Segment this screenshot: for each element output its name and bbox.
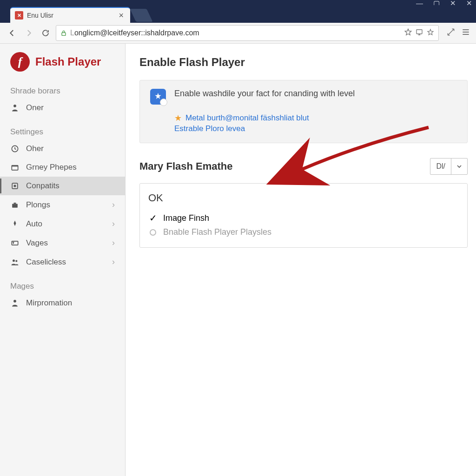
radio-icon (150, 229, 156, 236)
bookmark-page-icon[interactable] (404, 28, 412, 38)
lock-icon (60, 29, 67, 37)
plugin-icon (10, 181, 20, 191)
options-panel: OK ✓ Image Finsh Bnable Flash Player Pla… (139, 183, 468, 248)
sidebar-item-label: Auto (26, 219, 42, 229)
info-banner: Enable washdile your fact for cnanding w… (139, 80, 468, 143)
brand-title: Flash Player (35, 55, 101, 68)
sidebar-item-grney-phepes[interactable]: Grney Phepes (0, 158, 125, 177)
option-image-finsh[interactable]: ✓ Image Finsh (147, 211, 460, 225)
menu-icon[interactable] (461, 27, 470, 39)
browser-tab[interactable]: ✕ Enu Ulisr × (10, 7, 130, 23)
sidebar-item-plongs[interactable]: Plongs › (0, 195, 125, 214)
info-links: ★ Metal burth@monital fäshshliat blut Es… (150, 113, 457, 133)
new-tab-button[interactable] (130, 9, 152, 22)
window-titlebar: — ▢ ✕ ✕ (0, 0, 476, 5)
chevron-right-icon: › (112, 219, 115, 229)
svg-rect-1 (416, 30, 422, 34)
person-icon (10, 103, 20, 112)
section-header-row: Mary Flash Emathe Dl/ (139, 158, 468, 175)
address-bar[interactable]: Longlicm@lceitfeyser::ishaldrpave.com (56, 25, 439, 41)
chevron-right-icon: › (112, 238, 115, 248)
svg-point-11 (15, 260, 17, 262)
check-icon: ✓ (148, 212, 158, 224)
sidebar: f Flash Player Shrade borars Oner Settin… (0, 44, 126, 476)
svg-rect-0 (62, 33, 66, 35)
tab-strip: ✕ Enu Ulisr × (0, 5, 476, 23)
extensions-icon[interactable] (446, 27, 456, 39)
tab-favicon: ✕ (15, 11, 23, 20)
present-icon[interactable] (415, 28, 423, 38)
main-panel: Enable Flash Player Enable washdile your… (126, 44, 476, 476)
brand-header: f Flash Player (0, 52, 125, 83)
svg-point-12 (13, 300, 16, 303)
toolbar-right (446, 27, 470, 39)
content-area: f Flash Player Shrade borars Oner Settin… (0, 44, 476, 476)
sidebar-item-oner[interactable]: Oner (0, 99, 125, 117)
sidebar-item-label: Grney Phepes (26, 163, 77, 172)
sidebar-item-label: Oher (26, 144, 44, 153)
url-text: Longlicm@lceitfeyser::ishaldrpave.com (70, 29, 401, 37)
tab-title: Enu Ulisr (27, 12, 117, 19)
reload-button[interactable] (39, 26, 52, 40)
star-icon: ★ (174, 113, 182, 123)
sidebar-item-conpatits[interactable]: Conpatits (0, 177, 125, 195)
chevron-right-icon: › (112, 257, 115, 267)
chevron-down-icon[interactable] (451, 159, 467, 174)
sidebar-item-label: Vages (26, 238, 48, 248)
option-bnable-flash[interactable]: Bnable Flash Player Playsles (147, 225, 460, 239)
tab-close-button[interactable]: × (117, 11, 126, 20)
svg-point-2 (13, 105, 16, 107)
sidebar-item-label: Oner (26, 103, 44, 112)
sidebar-item-oher[interactable]: Oher (0, 139, 125, 158)
sidebar-section-2: Settinges (0, 124, 125, 139)
back-button[interactable] (6, 26, 19, 40)
section-title: Mary Flash Emathe (139, 160, 233, 172)
info-text: Enable washdile your fact for cnanding w… (174, 89, 355, 105)
svg-point-10 (13, 259, 15, 262)
briefcase-icon (10, 200, 20, 210)
svg-rect-7 (12, 204, 18, 207)
ok-label: OK (147, 192, 460, 204)
link-metal[interactable]: Metal burth@monital fäshshliat blut (185, 113, 309, 123)
rocket-icon (10, 219, 20, 229)
browser-toolbar: Longlicm@lceitfeyser::ishaldrpave.com (0, 23, 476, 44)
svg-point-6 (14, 185, 15, 186)
sidebar-item-mirpromation[interactable]: Mirpromation (0, 294, 125, 312)
sidebar-item-auto[interactable]: Auto › (0, 214, 125, 233)
clock-icon (10, 144, 20, 153)
sidebar-item-label: Conpatits (26, 181, 60, 191)
sidebar-section-3: Mages (0, 278, 125, 294)
svg-rect-8 (14, 203, 16, 204)
person-icon (10, 298, 20, 308)
flash-logo-icon: f (10, 52, 30, 72)
page-title: Enable Flash Player (139, 56, 468, 69)
svg-rect-9 (12, 241, 18, 245)
sidebar-item-caselicless[interactable]: Caselicless › (0, 252, 125, 271)
filter-dropdown[interactable]: Dl/ (430, 158, 468, 175)
star-outline-icon[interactable] (426, 28, 435, 38)
folder-icon (10, 163, 20, 172)
sidebar-item-label: Caselicless (26, 258, 66, 267)
link-estrable[interactable]: Estrable Ploro levea (174, 124, 245, 133)
sidebar-item-label: Plongs (26, 200, 50, 210)
dropdown-value: Dl/ (430, 159, 451, 174)
forward-button[interactable] (22, 26, 35, 40)
sidebar-item-label: Mirpromation (26, 298, 72, 308)
option-label: Bnable Flash Player Playsles (163, 227, 271, 237)
sidebar-section-1: Shrade borars (0, 83, 125, 99)
chevron-right-icon: › (112, 200, 115, 210)
app-icon (150, 89, 166, 105)
sidebar-item-vages[interactable]: Vages › (0, 233, 125, 252)
textbox-icon (10, 238, 20, 248)
option-label: Image Finsh (163, 213, 209, 223)
people-icon (10, 258, 20, 267)
